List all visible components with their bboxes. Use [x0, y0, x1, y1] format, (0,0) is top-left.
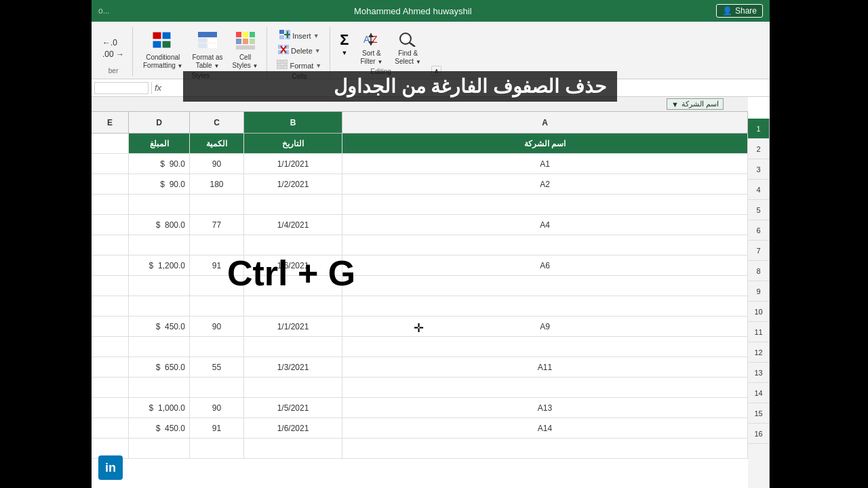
delete-button[interactable]: Delete ▼ — [275, 43, 323, 58]
row-num-11[interactable]: 11 — [748, 322, 769, 342]
cell-a1[interactable]: اسم الشركة — [342, 134, 748, 154]
cell-e7[interactable] — [92, 256, 129, 276]
cell-a7[interactable]: A6 — [342, 256, 748, 276]
cell-d15[interactable]: $ 450.0 — [129, 418, 190, 439]
col-header-b[interactable]: B — [244, 112, 342, 133]
cell-b14[interactable]: 1/5/2021 — [244, 398, 342, 418]
cell-c9[interactable] — [190, 296, 244, 317]
cell-a12[interactable]: A11 — [342, 357, 748, 378]
cell-d11[interactable] — [129, 337, 190, 357]
col-header-a[interactable]: A — [342, 112, 748, 133]
cell-b8[interactable] — [244, 276, 342, 296]
cell-b10[interactable]: 1/1/2021 — [244, 317, 342, 337]
cell-e11[interactable] — [92, 337, 129, 357]
cell-a5[interactable]: A4 — [342, 215, 748, 235]
row-num-7[interactable]: 7 — [748, 241, 769, 261]
cell-d13[interactable] — [129, 378, 190, 398]
cell-a3[interactable]: A2 — [342, 174, 748, 195]
cell-d8[interactable] — [129, 276, 190, 296]
cell-c7[interactable]: 91 — [190, 256, 244, 276]
cell-styles-button[interactable]: CellStyles ▼ — [229, 30, 262, 72]
cell-e10[interactable] — [92, 317, 129, 337]
cell-a11[interactable] — [342, 337, 748, 357]
cell-a2[interactable]: A1 — [342, 154, 748, 174]
col-header-e[interactable]: E — [92, 112, 129, 133]
cell-e15[interactable] — [92, 418, 129, 439]
cell-c1[interactable]: الكمية — [190, 134, 244, 154]
cell-b16[interactable] — [244, 439, 342, 459]
cell-d3[interactable]: $ 90.0 — [129, 174, 190, 195]
cell-e8[interactable] — [92, 276, 129, 296]
sum-button[interactable]: Σ ▼ — [337, 30, 351, 58]
row-num-14[interactable]: 14 — [748, 383, 769, 403]
col-header-d[interactable]: D — [129, 112, 190, 133]
row-num-1[interactable]: 1 — [748, 119, 769, 139]
cell-c14[interactable]: 90 — [190, 398, 244, 418]
cell-e12[interactable] — [92, 357, 129, 378]
format-button[interactable]: Format ▼ — [274, 58, 324, 73]
row-num-9[interactable]: 9 — [748, 281, 769, 302]
share-button[interactable]: 👤 Share — [716, 4, 763, 18]
format-as-table-button[interactable]: Format asTable ▼ — [189, 30, 226, 72]
cell-d6[interactable] — [129, 235, 190, 256]
row-num-8[interactable]: 8 — [748, 261, 769, 281]
conditional-formatting-button[interactable]: ConditionalFormatting ▼ — [140, 30, 186, 72]
row-num-4[interactable]: 4 — [748, 180, 769, 200]
cell-e1[interactable] — [92, 134, 129, 154]
cell-d1[interactable]: المبلغ — [129, 134, 190, 154]
name-box-input[interactable] — [94, 82, 149, 94]
cell-d14[interactable]: $ 1,000.0 — [129, 398, 190, 418]
cell-c8[interactable] — [190, 276, 244, 296]
cell-e9[interactable] — [92, 296, 129, 317]
cell-b13[interactable] — [244, 378, 342, 398]
row-num-10[interactable]: 10 — [748, 302, 769, 322]
row-num-3[interactable]: 3 — [748, 159, 769, 180]
autofilter-dropdown[interactable]: اسم الشركة ▼ — [667, 98, 724, 110]
cell-c3[interactable]: 180 — [190, 174, 244, 195]
cell-d10[interactable]: $ 450.0 — [129, 317, 190, 337]
cell-b11[interactable] — [244, 337, 342, 357]
row-num-6[interactable]: 6 — [748, 220, 769, 241]
cell-b9[interactable] — [244, 296, 342, 317]
cell-a14[interactable]: A13 — [342, 398, 748, 418]
row-num-15[interactable]: 15 — [748, 403, 769, 424]
cell-b5[interactable]: 1/4/2021 — [244, 215, 342, 235]
cell-c2[interactable]: 90 — [190, 154, 244, 174]
cell-c4[interactable] — [190, 195, 244, 215]
cell-e14[interactable] — [92, 398, 129, 418]
cell-d7[interactable]: $ 1,200.0 — [129, 256, 190, 276]
cell-b15[interactable]: 1/6/2021 — [244, 418, 342, 439]
cell-c15[interactable]: 91 — [190, 418, 244, 439]
cell-b12[interactable]: 1/3/2021 — [244, 357, 342, 378]
cell-b7[interactable]: 1/6/2021 — [244, 256, 342, 276]
row-num-12[interactable]: 12 — [748, 342, 769, 363]
cell-e3[interactable] — [92, 174, 129, 195]
sort-filter-button[interactable]: A Z Sort &Filter ▼ — [357, 30, 386, 68]
cell-c5[interactable]: 77 — [190, 215, 244, 235]
cell-c12[interactable]: 55 — [190, 357, 244, 378]
cell-a6[interactable] — [342, 235, 748, 256]
cell-d5[interactable]: $ 800.0 — [129, 215, 190, 235]
cell-a16[interactable] — [342, 439, 748, 459]
cell-a10[interactable]: A9 — [342, 317, 748, 337]
cell-c11[interactable] — [190, 337, 244, 357]
row-num-13[interactable]: 13 — [748, 363, 769, 383]
cell-e2[interactable] — [92, 154, 129, 174]
cell-a8[interactable] — [342, 276, 748, 296]
cell-e5[interactable] — [92, 215, 129, 235]
cell-a15[interactable]: A14 — [342, 418, 748, 439]
row-num-16[interactable]: 16 — [748, 424, 769, 444]
cell-b6[interactable] — [244, 235, 342, 256]
cell-b1[interactable]: التاريخ — [244, 134, 342, 154]
cell-b4[interactable] — [244, 195, 342, 215]
cell-c10[interactable]: 90 — [190, 317, 244, 337]
cell-e6[interactable] — [92, 235, 129, 256]
cell-b2[interactable]: 1/1/2021 — [244, 154, 342, 174]
cell-d2[interactable]: $ 90.0 — [129, 154, 190, 174]
cell-c13[interactable] — [190, 378, 244, 398]
cell-c6[interactable] — [190, 235, 244, 256]
cell-a4[interactable] — [342, 195, 748, 215]
linkedin-icon[interactable]: in — [98, 455, 123, 480]
row-num-5[interactable]: 5 — [748, 200, 769, 220]
insert-button[interactable]: Insert ▼ — [277, 28, 321, 43]
